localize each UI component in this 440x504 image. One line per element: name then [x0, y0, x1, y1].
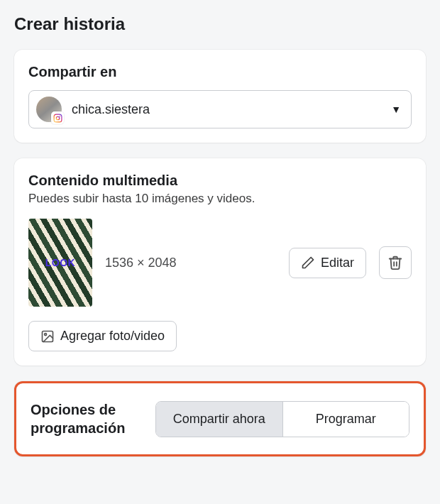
schedule-tab[interactable]: Programar [282, 402, 409, 437]
instagram-icon [51, 111, 64, 124]
schedule-heading: Opciones de programación [31, 400, 144, 437]
avatar [36, 97, 62, 122]
edit-button[interactable]: Editar [289, 248, 366, 278]
delete-button[interactable] [379, 246, 412, 279]
chevron-down-icon: ▼ [391, 104, 401, 115]
svg-point-2 [59, 115, 60, 116]
add-media-button[interactable]: Agregar foto/video [28, 321, 177, 351]
schedule-card: Opciones de programación Compartir ahora… [14, 381, 426, 456]
media-card: Contenido multimedia Puedes subir hasta … [14, 158, 426, 366]
pencil-icon [301, 256, 315, 270]
account-select[interactable]: chica.siestera ▼ [28, 90, 412, 128]
edit-button-label: Editar [321, 256, 354, 270]
trash-icon [387, 255, 403, 270]
media-subtitle: Puedes subir hasta 10 imágenes y videos. [28, 192, 412, 206]
svg-rect-0 [54, 114, 62, 122]
svg-point-1 [56, 116, 60, 120]
svg-point-4 [45, 333, 47, 335]
media-heading: Contenido multimedia [28, 172, 412, 189]
thumbnail-watermark: LOOK [45, 257, 75, 268]
media-row: LOOK 1536 × 2048 Editar [28, 219, 412, 307]
share-on-card: Compartir en [14, 50, 426, 143]
media-dimensions: 1536 × 2048 [105, 256, 276, 270]
add-media-label: Agregar foto/video [60, 329, 165, 344]
schedule-segmented-control: Compartir ahora Programar [155, 401, 409, 437]
page-title: Crear historia [14, 14, 426, 34]
share-on-heading: Compartir en [28, 64, 412, 80]
account-name: chica.siestera [72, 102, 391, 117]
share-now-tab[interactable]: Compartir ahora [156, 402, 282, 437]
image-icon [40, 329, 55, 344]
media-thumbnail[interactable]: LOOK [28, 219, 92, 307]
